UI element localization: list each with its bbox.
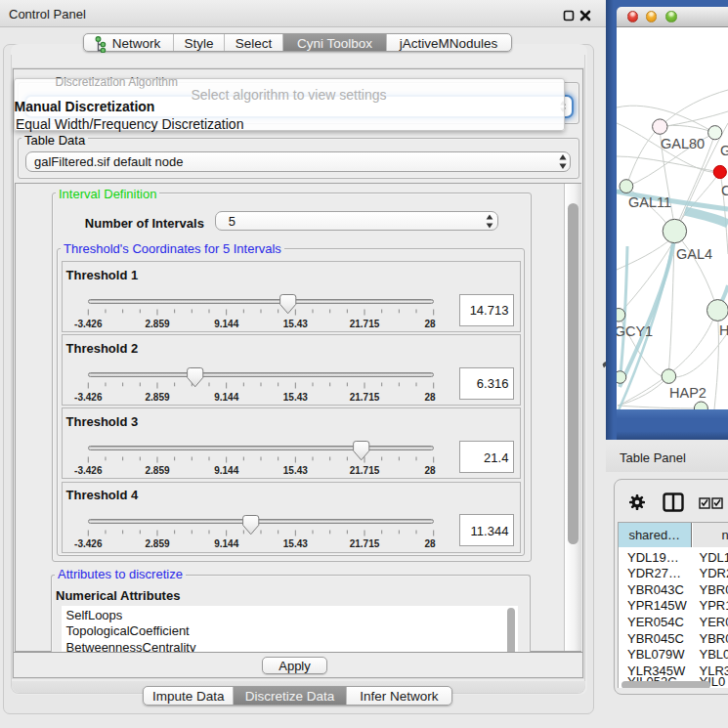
svg-text:HAP2: HAP2 — [669, 385, 707, 401]
svg-text:GAL4: GAL4 — [676, 246, 712, 262]
svg-text:GAL11: GAL11 — [628, 194, 671, 210]
svg-text:H: H — [719, 322, 728, 338]
svg-text:GCY1: GCY1 — [617, 323, 653, 339]
svg-text:GAL: GAL — [720, 143, 728, 158]
svg-text:C: C — [721, 183, 728, 198]
svg-text:GAL80: GAL80 — [661, 136, 705, 151]
